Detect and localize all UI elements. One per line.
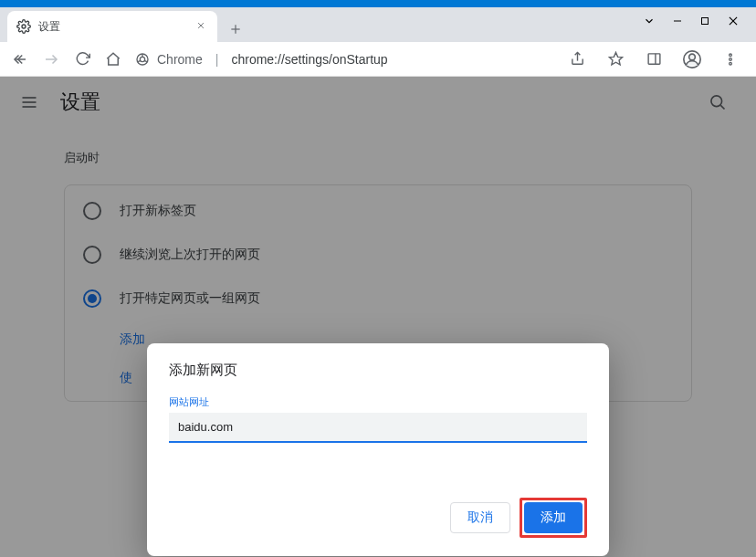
tab-title: 设置 — [38, 19, 186, 35]
share-icon[interactable] — [564, 47, 590, 72]
add-button[interactable]: 添加 — [524, 502, 583, 533]
forward-button[interactable] — [38, 47, 64, 72]
dialog-title: 添加新网页 — [169, 362, 587, 379]
chevron-down-icon[interactable] — [643, 15, 656, 27]
url-host: Chrome — [157, 52, 203, 67]
highlight-annotation: 添加 — [520, 498, 587, 538]
url-path: chrome://settings/onStartup — [231, 52, 387, 67]
svg-point-23 — [730, 54, 732, 57]
svg-point-24 — [730, 58, 732, 60]
tab-settings[interactable]: 设置 — [7, 11, 217, 42]
url-input[interactable] — [169, 413, 587, 443]
maximize-icon[interactable] — [699, 16, 710, 26]
new-tab-button[interactable] — [223, 16, 248, 42]
address-bar[interactable]: Chrome | chrome://settings/onStartup — [131, 46, 559, 73]
cancel-button[interactable]: 取消 — [450, 502, 510, 533]
toolbar: Chrome | chrome://settings/onStartup — [0, 42, 756, 77]
side-panel-icon[interactable] — [641, 47, 667, 72]
svg-rect-19 — [648, 54, 660, 64]
svg-point-22 — [689, 54, 696, 60]
back-button[interactable] — [7, 47, 33, 72]
add-page-dialog: 添加新网页 网站网址 取消 添加 — [147, 343, 609, 556]
svg-point-25 — [730, 62, 732, 65]
bookmark-icon[interactable] — [603, 47, 628, 72]
home-button[interactable] — [100, 47, 126, 72]
url-field-label: 网站网址 — [169, 395, 587, 409]
svg-line-16 — [144, 60, 147, 61]
svg-rect-1 — [702, 18, 709, 25]
profile-icon[interactable] — [679, 47, 705, 72]
svg-point-4 — [22, 25, 26, 28]
minimize-icon[interactable] — [672, 16, 683, 26]
reload-button[interactable] — [69, 47, 95, 72]
kebab-menu-icon[interactable] — [718, 47, 743, 72]
chrome-logo-icon — [135, 52, 150, 67]
close-window-icon[interactable] — [727, 15, 740, 27]
svg-line-15 — [138, 60, 141, 61]
gear-icon — [16, 19, 31, 34]
svg-marker-18 — [609, 52, 622, 64]
close-tab-icon[interactable] — [194, 20, 208, 33]
